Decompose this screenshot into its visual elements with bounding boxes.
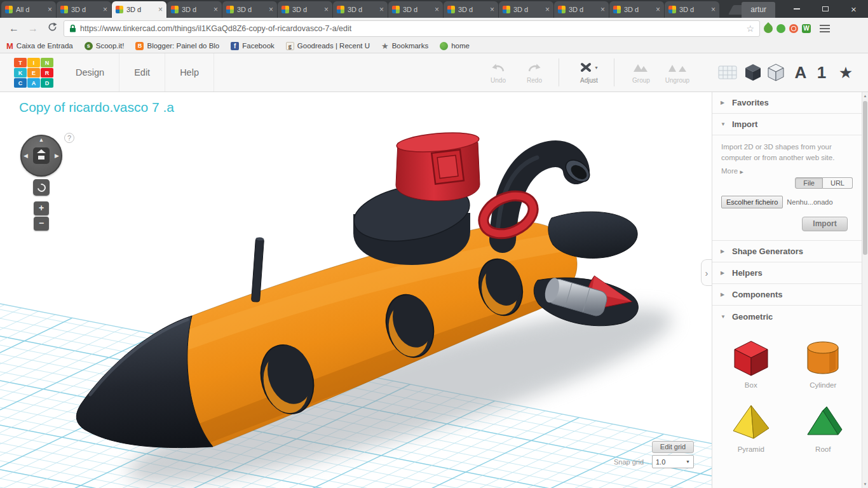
- workplane-icon[interactable]: [717, 62, 738, 83]
- tab-close-icon[interactable]: ×: [324, 6, 329, 13]
- section-label: Favorites: [732, 98, 769, 107]
- browser-tab[interactable]: 3D d ×: [499, 1, 553, 18]
- tab-close-icon[interactable]: ×: [214, 6, 218, 13]
- browser-tab[interactable]: 3D d ×: [444, 1, 498, 18]
- choose-file-button[interactable]: Escolher ficheiro: [721, 196, 783, 208]
- number-one-icon[interactable]: 1: [815, 62, 829, 83]
- snap-grid-select[interactable]: 1.0 ▼: [652, 455, 694, 468]
- close-button[interactable]: ×: [839, 0, 868, 18]
- section-helpers[interactable]: ▶ Helpers: [712, 262, 862, 284]
- letter-a-icon[interactable]: A: [792, 62, 810, 83]
- extension-orange-icon[interactable]: [789, 24, 798, 33]
- tab-close-icon[interactable]: ×: [269, 6, 273, 13]
- forward-icon[interactable]: →: [25, 23, 41, 34]
- help-button[interactable]: ?: [64, 133, 74, 143]
- shape-cylinder[interactable]: Cylinder: [787, 337, 860, 389]
- menu-item[interactable]: Edit: [119, 53, 165, 92]
- scroll-up-icon[interactable]: ▲: [862, 94, 868, 98]
- ungroup-button[interactable]: Ungroup: [660, 60, 695, 84]
- browser-tab[interactable]: 3D d ×: [609, 1, 664, 18]
- extension-leaf-icon[interactable]: [762, 22, 775, 35]
- browser-tab[interactable]: 3D d ×: [333, 1, 388, 18]
- browser-tab[interactable]: 3D d ×: [222, 1, 277, 18]
- zoom-in-button[interactable]: +: [34, 201, 49, 215]
- tab-close-icon[interactable]: ×: [48, 6, 52, 13]
- import-more-link[interactable]: More ▶: [721, 167, 853, 175]
- tab-close-icon[interactable]: ×: [435, 6, 439, 13]
- bookmark-star-icon[interactable]: ☆: [746, 24, 754, 34]
- bookmark-gmail[interactable]: MCaixa de Entrada: [6, 41, 73, 51]
- browser-tab[interactable]: 3D d ×: [554, 1, 609, 18]
- undo-button[interactable]: Undo: [481, 60, 515, 84]
- maximize-button[interactable]: [811, 0, 839, 18]
- bookmark-facebook[interactable]: fFacebook: [231, 42, 275, 50]
- section-geometric[interactable]: ▼ Geometric: [712, 306, 862, 327]
- chevron-right-icon: ▶: [721, 100, 726, 105]
- tab-close-icon[interactable]: ×: [711, 6, 715, 13]
- tab-close-icon[interactable]: ×: [379, 6, 384, 13]
- tail-cap[interactable]: [548, 212, 637, 258]
- wireframe-cube-icon[interactable]: [766, 62, 785, 83]
- favorite-star-icon[interactable]: ★: [835, 62, 857, 83]
- orbit-view-button[interactable]: [33, 179, 50, 196]
- file-tab[interactable]: File: [795, 177, 823, 189]
- tab-close-icon[interactable]: ×: [600, 6, 605, 13]
- turret[interactable]: [396, 130, 480, 201]
- bookmark-blogger[interactable]: BBlogger: Painel do Blo: [135, 42, 219, 50]
- bookmark-home[interactable]: home: [440, 42, 470, 50]
- pan-left-icon[interactable]: ◀: [24, 152, 28, 159]
- browser-tab[interactable]: 3D d ×: [57, 1, 111, 18]
- section-favorites[interactable]: ▶ Favorites: [712, 92, 862, 114]
- refresh-icon[interactable]: [44, 22, 60, 34]
- minimize-button[interactable]: [782, 0, 811, 18]
- home-view-button[interactable]: [33, 147, 50, 164]
- adjust-button[interactable]: ▼ Adjust: [571, 60, 607, 84]
- pan-right-icon[interactable]: ▶: [55, 152, 59, 159]
- extension-green-icon[interactable]: [776, 24, 785, 33]
- menu-item[interactable]: Help: [165, 53, 214, 92]
- chrome-menu-icon[interactable]: [820, 25, 830, 32]
- browser-tab[interactable]: 3D d ×: [112, 1, 166, 18]
- tab-close-icon[interactable]: ×: [490, 6, 494, 13]
- bookmark-goodreads[interactable]: gGoodreads | Recent U: [286, 42, 370, 50]
- sidebar-collapse-handle[interactable]: ›: [701, 259, 712, 286]
- extension-w-icon[interactable]: W: [802, 24, 811, 33]
- tab-close-icon[interactable]: ×: [545, 6, 550, 13]
- 3d-viewport[interactable]: [0, 92, 712, 488]
- edit-grid-button[interactable]: Edit grid: [652, 441, 694, 453]
- chevron-right-icon: ▶: [721, 292, 726, 297]
- import-button[interactable]: Import: [802, 217, 848, 231]
- solid-cube-icon[interactable]: [743, 62, 763, 83]
- shape-pyramid[interactable]: Pyramid: [715, 402, 787, 453]
- group-button[interactable]: Group: [624, 60, 658, 84]
- zoom-out-button[interactable]: −: [34, 217, 49, 231]
- url-tab[interactable]: URL: [823, 177, 853, 189]
- browser-tab[interactable]: 3D d ×: [278, 1, 332, 18]
- sidebar-scrollbar[interactable]: ▲ ▼: [862, 92, 868, 488]
- browser-tab[interactable]: 3D d ×: [388, 1, 443, 18]
- section-components[interactable]: ▶ Components: [712, 284, 862, 306]
- browser-tab[interactable]: 3D d ×: [665, 1, 719, 18]
- shape-roof[interactable]: Roof: [787, 402, 860, 453]
- tab-close-icon[interactable]: ×: [656, 6, 660, 13]
- url-box[interactable]: https://www.tinkercad.com/things/il1KGaQ…: [64, 20, 760, 37]
- tab-close-icon[interactable]: ×: [158, 6, 163, 13]
- shape-box[interactable]: Box: [715, 337, 787, 389]
- menu-item[interactable]: Design: [61, 53, 119, 92]
- redo-button[interactable]: Redo: [517, 60, 552, 84]
- tab-close-icon[interactable]: ×: [103, 6, 107, 13]
- scroll-down-icon[interactable]: ▼: [862, 482, 868, 486]
- scrollbar-thumb[interactable]: [863, 101, 867, 255]
- browser-tab[interactable]: 3D d ×: [167, 1, 222, 18]
- bookmark-scoopit[interactable]: sScoop.it!: [85, 42, 125, 50]
- pan-up-icon[interactable]: ▲: [39, 137, 44, 143]
- tab-title: All d: [16, 6, 44, 13]
- bookmark-folder[interactable]: ★Bookmarks: [381, 41, 428, 51]
- section-import[interactable]: ▼ Import: [712, 114, 862, 135]
- tinkercad-logo[interactable]: TINKERCAD: [14, 58, 53, 88]
- profile-badge[interactable]: artur: [742, 2, 775, 18]
- back-icon[interactable]: ←: [6, 23, 22, 34]
- view-navigation-pad[interactable]: ▲ ◀ ▶: [20, 135, 62, 177]
- section-shape-generators[interactable]: ▶ Shape Generators: [712, 241, 862, 262]
- browser-tab[interactable]: All d ×: [1, 1, 56, 18]
